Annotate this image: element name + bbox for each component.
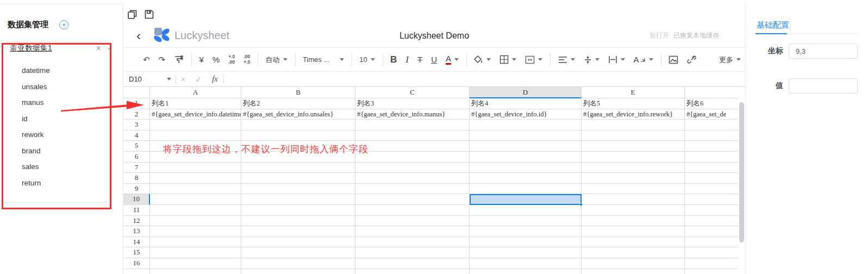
cell[interactable] [470, 120, 582, 130]
cell[interactable] [685, 163, 738, 173]
cell[interactable] [355, 163, 470, 173]
cell[interactable] [150, 237, 241, 248]
cell[interactable] [685, 130, 738, 141]
column-header[interactable]: B [241, 87, 355, 98]
cell[interactable] [241, 184, 355, 195]
cell[interactable] [241, 258, 355, 269]
number-format-dropdown[interactable]: 自动 [261, 52, 292, 68]
cell-reference-dropdown[interactable]: D10 [123, 75, 176, 83]
cell[interactable] [241, 173, 355, 184]
increase-decimal-button[interactable]: +.0.00 [224, 52, 239, 68]
currency-format-button[interactable]: ¥ [195, 52, 208, 68]
row-header[interactable]: 4 [123, 130, 150, 141]
cell[interactable]: 列名6 [685, 98, 738, 109]
cell[interactable] [355, 130, 470, 141]
row-header[interactable]: 7 [123, 163, 150, 173]
field-item[interactable]: return [22, 175, 50, 191]
cell[interactable] [470, 226, 582, 237]
column-header[interactable]: C [355, 87, 470, 98]
column-header[interactable] [685, 87, 738, 98]
cell[interactable]: #{gaea_set_device_info.datetime} [150, 109, 241, 120]
cell[interactable] [355, 141, 470, 152]
cell[interactable] [685, 247, 738, 258]
cell[interactable] [582, 163, 685, 173]
cell[interactable] [150, 269, 241, 274]
cell[interactable] [685, 120, 738, 130]
row-header[interactable]: 2 [123, 109, 150, 120]
text-wrap-dropdown[interactable] [604, 52, 629, 68]
cell[interactable] [685, 269, 738, 274]
cell[interactable] [355, 152, 470, 163]
cell[interactable] [150, 173, 241, 184]
border-dropdown[interactable] [495, 52, 521, 68]
row-header[interactable]: 13 [123, 226, 150, 237]
cell[interactable] [150, 194, 241, 205]
cell[interactable] [150, 258, 241, 269]
cell[interactable]: 列名5 [582, 98, 685, 109]
row-header[interactable] [123, 269, 150, 274]
field-item[interactable]: unsales [22, 79, 50, 95]
field-item[interactable]: datetime [22, 63, 50, 79]
cell[interactable] [150, 163, 241, 173]
cell[interactable] [685, 237, 738, 248]
row-header[interactable]: 1 [123, 98, 150, 109]
merge-cells-dropdown[interactable] [521, 52, 547, 68]
cell[interactable] [582, 130, 685, 141]
add-dataset-icon[interactable]: + [59, 20, 68, 29]
cell[interactable]: #{gaea_set_device_info.rework} [582, 109, 685, 120]
row-header[interactable]: 3 [123, 120, 150, 130]
cell[interactable] [582, 184, 685, 195]
field-item[interactable]: rework [22, 127, 50, 143]
coordinate-input[interactable] [789, 43, 858, 59]
font-family-dropdown[interactable]: Times ... [298, 52, 348, 68]
fx-icon[interactable]: fx [207, 74, 223, 84]
cell[interactable] [685, 173, 738, 184]
cell[interactable]: #{gaea_set_device_info.id} [470, 109, 582, 120]
cell[interactable] [355, 216, 470, 227]
cell[interactable]: 列名4 [470, 98, 582, 109]
format-painter-icon[interactable] [170, 52, 188, 68]
cell[interactable]: 列名2 [241, 98, 355, 109]
insert-link-icon[interactable] [683, 52, 701, 68]
cell[interactable] [241, 205, 355, 216]
formula-input[interactable] [229, 72, 745, 86]
column-header[interactable]: A [150, 87, 241, 98]
close-icon[interactable]: × [93, 43, 104, 53]
field-item[interactable]: sales [22, 159, 50, 175]
cell[interactable]: 列名1 [150, 98, 241, 109]
cell[interactable] [241, 194, 355, 205]
fill-color-dropdown[interactable] [470, 52, 495, 68]
cell[interactable] [241, 163, 355, 173]
cell[interactable] [355, 120, 470, 130]
cell[interactable] [470, 163, 582, 173]
chevron-down-icon[interactable]: ⌄ [104, 43, 114, 51]
underline-button[interactable]: U [427, 52, 441, 68]
cell[interactable] [241, 247, 355, 258]
row-header[interactable]: 10 [123, 194, 150, 205]
cell[interactable] [150, 226, 241, 237]
column-header[interactable]: E [582, 87, 685, 98]
formula-cancel-icon[interactable]: × [176, 75, 190, 84]
bold-button[interactable]: B [386, 52, 401, 68]
cell[interactable] [685, 258, 738, 269]
cell[interactable] [470, 173, 582, 184]
cell[interactable] [150, 130, 241, 141]
cell[interactable] [241, 237, 355, 248]
cell[interactable] [685, 184, 738, 195]
cell[interactable] [685, 226, 738, 237]
cell[interactable] [241, 226, 355, 237]
cell[interactable] [685, 141, 738, 152]
scrollbar-thumb[interactable] [739, 102, 744, 242]
font-color-dropdown[interactable]: A [441, 52, 463, 68]
cell[interactable] [355, 205, 470, 216]
cell[interactable] [355, 269, 470, 274]
cell[interactable] [355, 247, 470, 258]
cell[interactable] [470, 269, 582, 274]
cell[interactable] [470, 258, 582, 269]
cell[interactable] [685, 194, 738, 205]
cell[interactable] [582, 247, 685, 258]
insert-image-icon[interactable] [664, 52, 683, 68]
cell[interactable] [582, 269, 685, 274]
cell[interactable] [470, 247, 582, 258]
cell[interactable] [150, 205, 241, 216]
